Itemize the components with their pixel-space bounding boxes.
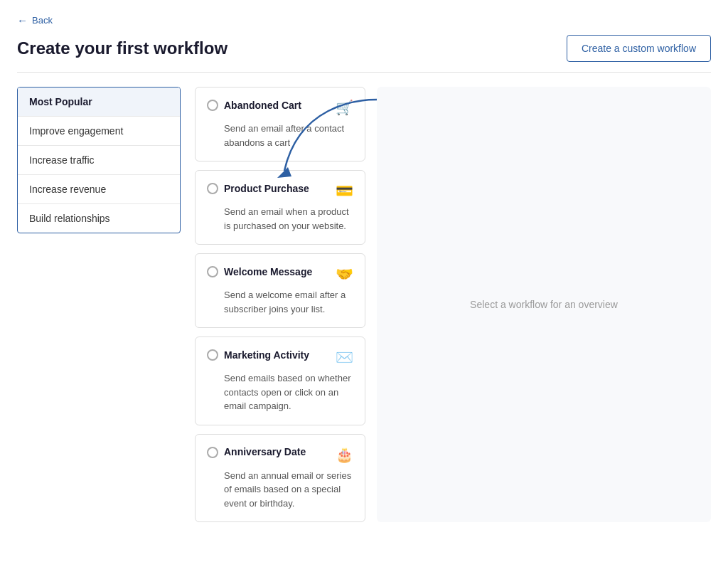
- page-title: Create your first workflow: [17, 38, 228, 58]
- workflow-desc-anniversary-date: Send an annual email or series of emails…: [224, 469, 353, 511]
- title-divider: [17, 72, 711, 73]
- workflow-card-welcome-message[interactable]: Welcome Message 🤝 Send a welcome email a…: [195, 253, 365, 328]
- workflow-icon-abandoned-cart: 🛒: [336, 99, 353, 116]
- workflow-title-marketing-activity: Marketing Activity: [224, 349, 309, 361]
- workflow-card-anniversary-date[interactable]: Anniversary Date 🎂 Send an annual email …: [195, 434, 365, 523]
- workflow-icon-anniversary-date: 🎂: [336, 446, 353, 463]
- workflow-title-product-purchase: Product Purchase: [224, 183, 309, 194]
- workflow-card-product-purchase[interactable]: Product Purchase 💳 Send an email when a …: [195, 170, 365, 245]
- sidebar-item-increase-revenue[interactable]: Increase revenue: [18, 175, 180, 204]
- preview-placeholder: Select a workflow for an overview: [470, 299, 618, 310]
- create-custom-workflow-button[interactable]: Create a custom workflow: [567, 35, 711, 62]
- workflow-desc-product-purchase: Send an email when a product is purchase…: [224, 205, 353, 233]
- workflow-icon-product-purchase: 💳: [336, 182, 353, 199]
- workflow-icon-marketing-activity: ✉️: [336, 349, 353, 366]
- back-label: Back: [32, 15, 53, 26]
- radio-anniversary-date[interactable]: [207, 447, 218, 458]
- category-sidebar: Most PopularImprove engagementIncrease t…: [17, 87, 181, 233]
- back-link[interactable]: ← Back: [17, 14, 53, 26]
- back-arrow-icon: ←: [17, 14, 28, 26]
- workflow-title-abandoned-cart: Abandoned Cart: [224, 100, 301, 111]
- radio-abandoned-cart[interactable]: [207, 100, 218, 111]
- radio-marketing-activity[interactable]: [207, 349, 218, 361]
- workflow-desc-abandoned-cart: Send an email after a contact abandons a…: [224, 122, 353, 149]
- workflow-desc-welcome-message: Send a welcome email after a subscriber …: [224, 288, 353, 316]
- workflow-desc-marketing-activity: Send emails based on whether contacts op…: [224, 371, 353, 413]
- sidebar-item-increase-traffic[interactable]: Increase traffic: [18, 146, 180, 175]
- workflow-list: Abandoned Cart 🛒 Send an email after a c…: [195, 87, 365, 522]
- sidebar-item-improve-engagement[interactable]: Improve engagement: [18, 117, 180, 146]
- sidebar-item-most-popular[interactable]: Most Popular: [18, 88, 180, 117]
- radio-product-purchase[interactable]: [207, 183, 218, 194]
- workflow-preview-area: Select a workflow for an overview: [377, 87, 711, 522]
- workflow-title-anniversary-date: Anniversary Date: [224, 446, 306, 457]
- workflow-title-welcome-message: Welcome Message: [224, 266, 312, 277]
- radio-welcome-message[interactable]: [207, 266, 218, 277]
- workflow-icon-welcome-message: 🤝: [336, 265, 353, 282]
- workflow-card-marketing-activity[interactable]: Marketing Activity ✉️ Send emails based …: [195, 337, 365, 425]
- workflow-card-abandoned-cart[interactable]: Abandoned Cart 🛒 Send an email after a c…: [195, 87, 365, 161]
- sidebar-item-build-relationships[interactable]: Build relationships: [18, 204, 180, 233]
